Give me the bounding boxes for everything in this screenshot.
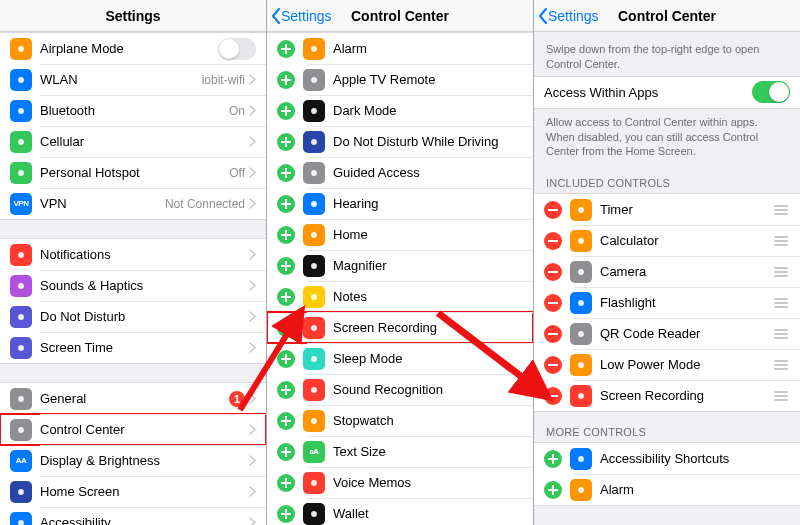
add-button[interactable] — [277, 164, 295, 182]
remove-button[interactable] — [544, 387, 562, 405]
add-button[interactable] — [277, 505, 295, 523]
row-label: Timer — [600, 202, 766, 217]
settings-row-control-center[interactable]: Control Center — [0, 414, 266, 445]
remove-button[interactable] — [544, 294, 562, 312]
settings-row-cellular[interactable]: Cellular — [0, 126, 266, 157]
add-row-notes[interactable]: Notes — [267, 281, 533, 312]
access-within-apps-toggle[interactable] — [752, 81, 790, 103]
add-button[interactable] — [277, 40, 295, 58]
add-row-hearing[interactable]: Hearing — [267, 188, 533, 219]
add-button[interactable] — [277, 195, 295, 213]
row-label: General — [40, 391, 229, 406]
drag-handle-icon[interactable] — [772, 360, 790, 370]
settings-row-sounds-haptics[interactable]: Sounds & Haptics — [0, 270, 266, 301]
clock-icon — [303, 38, 325, 60]
link-icon — [10, 162, 32, 184]
add-row-home[interactable]: Home — [267, 219, 533, 250]
row-label: Stopwatch — [333, 413, 523, 428]
chevron-right-icon — [249, 393, 256, 404]
remove-button[interactable] — [544, 325, 562, 343]
add-row-alarm[interactable]: Alarm — [267, 33, 533, 64]
add-button[interactable] — [277, 474, 295, 492]
settings-row-notifications[interactable]: Notifications — [0, 239, 266, 270]
dark-mode-icon — [303, 100, 325, 122]
row-label: Camera — [600, 264, 766, 279]
settings-row-display-brightness[interactable]: AADisplay & Brightness — [0, 445, 266, 476]
back-button-3[interactable]: Settings — [538, 0, 599, 31]
remove-button[interactable] — [544, 263, 562, 281]
settings-row-accessibility[interactable]: Accessibility — [0, 507, 266, 525]
drag-handle-icon[interactable] — [772, 329, 790, 339]
add-button[interactable] — [277, 412, 295, 430]
included-row-timer[interactable]: Timer — [534, 194, 800, 225]
more-row-alarm[interactable]: Alarm — [534, 474, 800, 505]
add-row-dark-mode[interactable]: Dark Mode — [267, 95, 533, 126]
add-button[interactable] — [277, 102, 295, 120]
add-button[interactable] — [277, 71, 295, 89]
included-row-camera[interactable]: Camera — [534, 256, 800, 287]
row-label: Guided Access — [333, 165, 523, 180]
svg-point-33 — [578, 362, 584, 368]
add-row-apple-tv-remote[interactable]: Apple TV Remote — [267, 64, 533, 95]
cc-header: Settings Control Center — [267, 0, 533, 32]
back-button[interactable]: Settings — [271, 0, 332, 31]
toggle[interactable] — [218, 38, 256, 60]
row-label: Accessibility Shortcuts — [600, 451, 790, 466]
settings-row-personal-hotspot[interactable]: Personal HotspotOff — [0, 157, 266, 188]
settings-row-screen-time[interactable]: Screen Time — [0, 332, 266, 363]
add-button[interactable] — [544, 450, 562, 468]
add-button[interactable] — [277, 288, 295, 306]
remove-button[interactable] — [544, 232, 562, 250]
wallet-icon — [303, 503, 325, 525]
access-within-apps-row[interactable]: Access Within Apps — [534, 77, 800, 108]
add-button[interactable] — [277, 350, 295, 368]
settings-row-do-not-disturb[interactable]: Do Not Disturb — [0, 301, 266, 332]
add-button[interactable] — [277, 381, 295, 399]
add-row-text-size[interactable]: aAText Size — [267, 436, 533, 467]
add-button[interactable] — [544, 481, 562, 499]
settings-row-airplane-mode[interactable]: Airplane Mode — [0, 33, 266, 64]
add-button[interactable] — [277, 133, 295, 151]
drag-handle-icon[interactable] — [772, 298, 790, 308]
svg-point-17 — [311, 170, 317, 176]
included-row-flashlight[interactable]: Flashlight — [534, 287, 800, 318]
included-row-low-power-mode[interactable]: Low Power Mode — [534, 349, 800, 380]
add-row-do-not-disturb-while-driving[interactable]: Do Not Disturb While Driving — [267, 126, 533, 157]
settings-row-bluetooth[interactable]: BluetoothOn — [0, 95, 266, 126]
add-row-stopwatch[interactable]: Stopwatch — [267, 405, 533, 436]
drag-handle-icon[interactable] — [772, 236, 790, 246]
included-row-qr-code-reader[interactable]: QR Code Reader — [534, 318, 800, 349]
add-button[interactable] — [277, 319, 295, 337]
add-button[interactable] — [277, 443, 295, 461]
drag-handle-icon[interactable] — [772, 391, 790, 401]
svg-point-2 — [18, 108, 24, 114]
remove-button[interactable] — [544, 356, 562, 374]
row-detail: On — [229, 104, 245, 118]
settings-row-vpn[interactable]: VPNVPNNot Connected — [0, 188, 266, 219]
drag-handle-icon[interactable] — [772, 267, 790, 277]
add-row-sleep-mode[interactable]: Sleep Mode — [267, 343, 533, 374]
more-row-accessibility-shortcuts[interactable]: Accessibility Shortcuts — [534, 443, 800, 474]
add-button[interactable] — [277, 226, 295, 244]
svg-point-23 — [311, 356, 317, 362]
chevron-right-icon — [249, 136, 256, 147]
access-footer: Allow access to Control Center within ap… — [534, 109, 800, 164]
add-row-guided-access[interactable]: Guided Access — [267, 157, 533, 188]
row-label: Text Size — [333, 444, 523, 459]
drag-handle-icon[interactable] — [772, 205, 790, 215]
svg-point-27 — [311, 511, 317, 517]
more-controls-list: AlarmApple TV RemoteDark ModeDo Not Dist… — [267, 32, 533, 525]
add-row-wallet[interactable]: Wallet — [267, 498, 533, 525]
add-button[interactable] — [277, 257, 295, 275]
add-row-voice-memos[interactable]: Voice Memos — [267, 467, 533, 498]
remove-button[interactable] — [544, 201, 562, 219]
add-row-screen-recording[interactable]: Screen Recording — [267, 312, 533, 343]
settings-row-wlan[interactable]: WLANiobit-wifi — [0, 64, 266, 95]
settings-row-home-screen[interactable]: Home Screen — [0, 476, 266, 507]
settings-row-general[interactable]: General1 — [0, 383, 266, 414]
add-row-sound-recognition[interactable]: Sound Recognition — [267, 374, 533, 405]
included-row-screen-recording[interactable]: Screen Recording — [534, 380, 800, 411]
cc3-header: Settings Control Center — [534, 0, 800, 32]
included-row-calculator[interactable]: Calculator — [534, 225, 800, 256]
add-row-magnifier[interactable]: Magnifier — [267, 250, 533, 281]
